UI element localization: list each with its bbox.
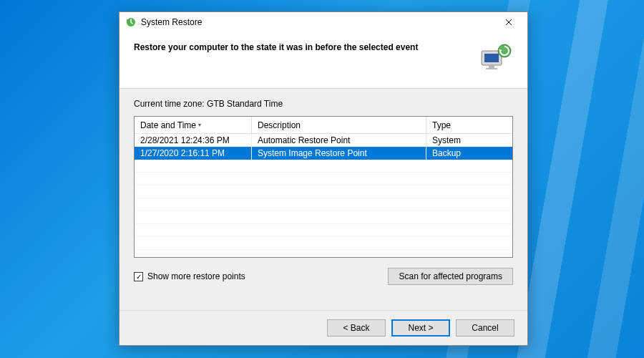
restore-points-grid: Date and Time ▾ Description Type 2/28/20… [134, 116, 513, 258]
column-label: Description [258, 120, 301, 130]
restore-hero-icon [479, 42, 513, 71]
cell-date: 1/27/2020 2:16:11 PM [135, 147, 252, 160]
close-button[interactable] [494, 14, 523, 31]
column-header-date[interactable]: Date and Time ▾ [135, 117, 252, 133]
table-row[interactable]: 2/28/2021 12:24:36 PMAutomatic Restore P… [135, 134, 512, 147]
wizard-footer: < Back Next > Cancel [119, 310, 527, 345]
cell-type: System [426, 134, 512, 147]
cell-desc: Automatic Restore Point [252, 134, 426, 147]
column-label: Type [432, 120, 451, 130]
wizard-header: Restore your computer to the state it wa… [119, 32, 527, 89]
grid-footer-row: ✓ Show more restore points Scan for affe… [134, 268, 513, 285]
wizard-content: Current time zone: GTB Standard Time Dat… [119, 89, 527, 310]
sort-descending-icon: ▾ [198, 122, 201, 128]
cell-type: Backup [426, 147, 512, 160]
grid-header: Date and Time ▾ Description Type [135, 117, 512, 134]
back-button[interactable]: < Back [327, 319, 386, 337]
show-more-checkbox[interactable]: ✓ Show more restore points [134, 271, 245, 281]
table-row[interactable]: 1/27/2020 2:16:11 PMSystem Image Restore… [135, 147, 512, 160]
svg-rect-3 [489, 65, 494, 68]
checkbox-label: Show more restore points [147, 271, 245, 281]
system-restore-icon [125, 16, 137, 28]
next-button[interactable]: Next > [391, 319, 450, 337]
cancel-button[interactable]: Cancel [456, 319, 514, 337]
column-header-description[interactable]: Description [252, 117, 426, 133]
grid-body[interactable]: 2/28/2021 12:24:36 PMAutomatic Restore P… [135, 134, 512, 257]
scan-affected-button[interactable]: Scan for affected programs [388, 268, 513, 285]
cell-date: 2/28/2021 12:24:36 PM [135, 134, 252, 147]
checkbox-icon: ✓ [134, 272, 143, 281]
system-restore-window: System Restore Restore your computer to … [119, 11, 528, 346]
column-label: Date and Time [140, 120, 196, 130]
timezone-label: Current time zone: GTB Standard Time [134, 99, 513, 109]
titlebar: System Restore [119, 12, 527, 32]
svg-rect-4 [486, 68, 497, 69]
instruction-text: Restore your computer to the state it wa… [134, 42, 469, 52]
svg-rect-2 [484, 54, 499, 62]
window-title: System Restore [141, 17, 494, 27]
column-header-type[interactable]: Type [426, 117, 512, 133]
cell-desc: System Image Restore Point [252, 147, 426, 160]
